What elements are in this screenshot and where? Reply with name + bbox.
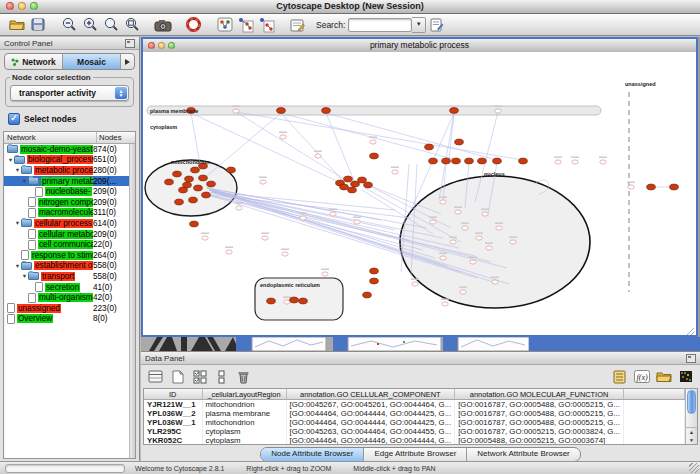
tree-row[interactable]: response to stimul264(0) [4,250,129,261]
gene-node[interactable] [290,297,299,303]
tree-row[interactable]: multi-organism pro42(0) [4,292,129,303]
tab-mosaic[interactable]: Mosaic [63,54,121,69]
tab-node-attribute-browser[interactable]: Node Attribute Browser [261,448,364,461]
tree-row[interactable]: ▼transport558(0) [4,271,129,282]
tree-col-network[interactable]: Network [4,132,97,143]
gene-node-small[interactable] [262,236,268,240]
gene-node[interactable] [173,171,182,177]
gene-node-small[interactable] [440,200,446,204]
gene-node-small[interactable] [600,160,606,164]
gene-node[interactable] [267,298,276,304]
network-canvas[interactable]: plasma membrane cytoplasm mitochondrion … [143,52,696,335]
gene-node[interactable] [191,167,200,173]
gene-node-small[interactable] [226,250,232,254]
zoom-fit-all-icon[interactable] [121,16,142,34]
gene-node[interactable] [202,192,211,198]
gene-node-small[interactable] [486,246,492,250]
gene-node[interactable] [670,184,679,190]
table-row[interactable]: YPL036W__2plasma membrane[GO:0044464, GO… [144,409,685,418]
gene-node-small[interactable] [492,280,498,284]
gene-node-small[interactable] [455,210,461,214]
table-row[interactable]: YPL036W__1mitochondrion[GO:0044464, GO:0… [144,418,685,427]
tree-row[interactable]: unassigned223(0) [4,303,129,314]
tree-row[interactable]: ▼cellular process614(0) [4,218,129,229]
tree-expand-icon[interactable]: ▼ [14,261,21,271]
background-window-frame[interactable] [529,337,700,351]
gene-node[interactable] [322,108,331,114]
network-maximize-button[interactable] [168,42,175,49]
select-nodes-checkbox[interactable]: ✓ [8,113,20,125]
gene-node-small[interactable] [430,220,436,224]
table-column-header[interactable]: _cellularLayoutRegion [202,389,286,400]
tab-edge-attribute-browser[interactable]: Edge Attribute Browser [364,448,467,461]
gene-node-small[interactable] [450,240,456,244]
gene-node-small[interactable] [236,206,242,210]
save-icon[interactable] [27,16,48,34]
table-column-header[interactable]: ID [144,389,202,400]
tree-row[interactable]: cell communicat22(0) [4,239,129,250]
gene-node[interactable] [442,158,451,164]
network-minimize-button[interactable] [158,42,165,49]
create-network-from-selected-nodes-all-edges-icon[interactable] [235,16,256,34]
gene-node[interactable] [189,197,198,203]
gene-node[interactable] [175,199,184,205]
tree-row[interactable]: nucleobase-209(0) [4,186,129,197]
delete-attribute-icon[interactable] [234,368,253,385]
gene-node[interactable] [425,144,434,150]
tree-row[interactable]: ▼metabolic process280(0) [4,165,129,176]
gene-node[interactable] [165,179,174,185]
gene-node-small[interactable] [412,282,418,286]
open-file-icon[interactable] [6,16,27,34]
gene-node[interactable] [450,108,459,114]
gene-node-small[interactable] [496,226,502,230]
tree-scrollbar[interactable] [129,144,135,458]
table-column-header[interactable]: annotation.GO MOLECULAR_FUNCTION [455,389,624,400]
gene-node-small[interactable] [392,170,398,174]
gene-node-small[interactable] [462,226,468,230]
matrix-view-icon[interactable] [676,368,695,385]
gene-node-small[interactable] [315,154,321,158]
gene-node-small[interactable] [233,109,239,113]
tab-scroll-right-button[interactable] [121,54,134,69]
gene-node[interactable] [493,158,502,164]
tree-row[interactable]: mosaic-demo-yeast874(0) [4,144,129,155]
gene-node-small[interactable] [354,220,360,224]
gene-node[interactable] [358,177,367,183]
background-window-frame[interactable] [236,337,252,351]
table-row[interactable]: YLR295Ccytoplasm[GO:0045263, GO:0044464,… [144,427,685,436]
gene-node[interactable] [370,268,379,274]
gene-node-small[interactable] [482,212,488,216]
annotation-pad-icon[interactable] [287,16,308,34]
tree-expand-icon[interactable]: ▼ [7,155,14,165]
window-resize-grip[interactable] [689,463,699,473]
zoom-in-icon[interactable] [79,16,100,34]
gene-node[interactable] [199,175,208,181]
new-attribute-icon[interactable] [168,368,187,385]
zoom-selected-region-icon[interactable] [100,16,121,34]
export-network-image-icon[interactable] [152,16,173,34]
help-lifesaver-icon[interactable] [183,16,204,34]
gene-node-small[interactable] [282,252,288,256]
gene-node-small[interactable] [628,185,634,189]
gene-node[interactable] [207,181,216,187]
gene-node-small[interactable] [460,290,466,294]
network-close-button[interactable] [148,42,155,49]
gene-node[interactable] [340,184,349,190]
gene-node-small[interactable] [260,180,266,184]
scrollbar-arrows[interactable]: ▲▼ [686,427,697,444]
search-dropdown-button[interactable]: ▼ [412,17,426,33]
gene-node[interactable] [370,153,379,159]
tree-col-nodes[interactable]: Nodes [97,132,135,143]
maximize-button[interactable] [30,2,38,10]
gene-node[interactable] [277,108,286,114]
network-graph[interactable]: plasma membrane cytoplasm mitochondrion … [143,52,696,335]
gene-node[interactable] [299,298,308,304]
gene-node[interactable] [344,176,353,182]
gene-node-small[interactable] [572,160,578,164]
background-window-frame[interactable] [333,337,348,351]
background-window-frame[interactable] [443,337,458,351]
gene-node-small[interactable] [440,256,446,260]
zoom-out-icon[interactable] [58,16,79,34]
scroll-down-icon[interactable]: ▼ [686,436,697,444]
gene-node[interactable] [370,278,379,284]
